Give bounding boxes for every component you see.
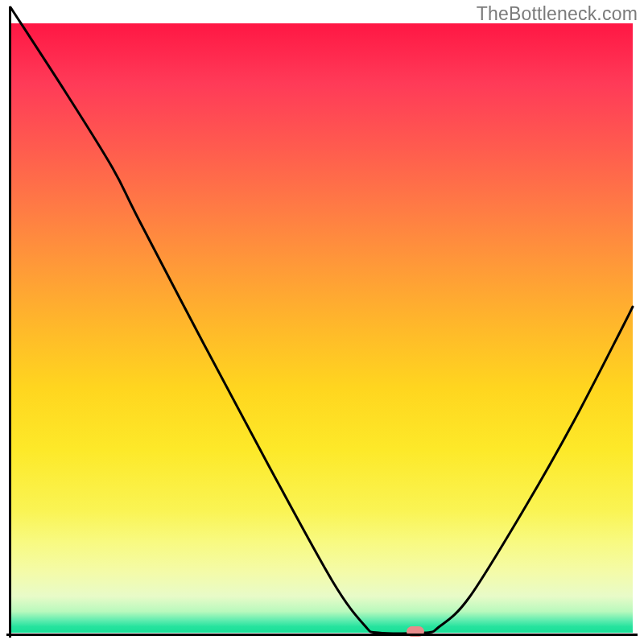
bottleneck-curve-path (10, 7, 633, 634)
y-axis (9, 6, 11, 638)
curve-svg (10, 23, 633, 633)
watermark-text: TheBottleneck.com (477, 3, 638, 25)
x-axis (6, 634, 638, 636)
bottleneck-chart: TheBottleneck.com (0, 0, 644, 644)
